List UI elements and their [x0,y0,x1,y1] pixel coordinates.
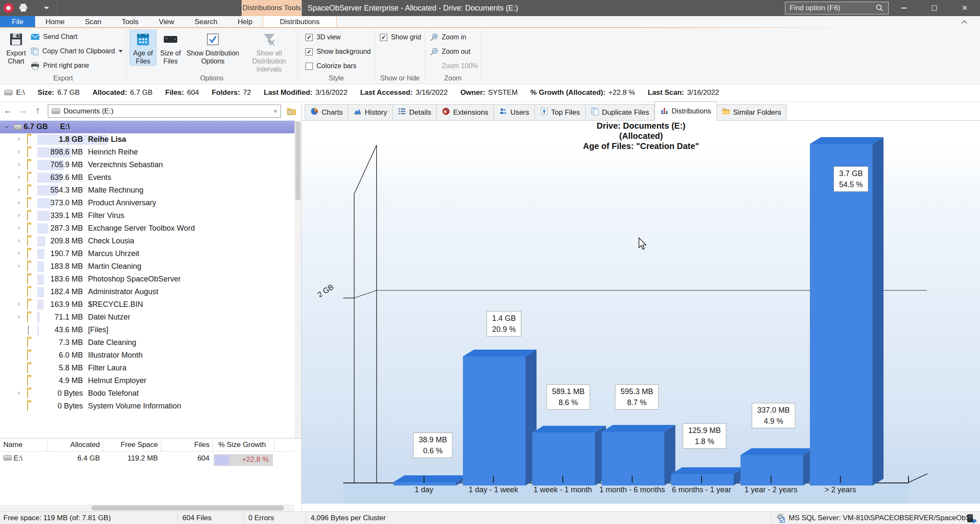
menu-tab-file[interactable]: File [0,16,35,28]
minimize-button[interactable] [889,0,919,16]
expander-chevron-icon[interactable]: › [18,237,20,244]
tree-row[interactable]: 183.6 MB Photoshop SpaceObServer [0,273,295,286]
expander-chevron-icon[interactable]: ⌄ [4,122,10,130]
tree-row[interactable]: › 71.1 MB Datei Nutzer [0,311,295,324]
contextual-tab-distributions-tools[interactable]: Distributions Tools [242,0,302,16]
tree-row[interactable]: › 554.3 MB Malte Rechnung [0,184,295,197]
column-separator[interactable] [274,441,275,452]
copy-chart-to-clipboard-button[interactable]: Copy Chart to Clipboard [30,45,123,58]
col-name[interactable]: Name [3,441,22,449]
expander-chevron-icon[interactable]: › [18,160,20,168]
expander-chevron-icon[interactable]: › [18,199,20,206]
tree-row[interactable]: › 209.8 MB Check Lousia [0,235,295,248]
sql-server-status[interactable]: MS SQL Server: VM-810\SPACEOBSERVER/Spac… [776,513,977,523]
tree-row[interactable]: › 898.6 MB Heinrich Reihe [0,146,295,159]
tab-distributions[interactable]: Distributions [655,102,717,121]
up-button[interactable]: ↑ [31,104,44,117]
tree-row[interactable]: 6.0 MB Illustrator Month [0,349,295,362]
expander-chevron-icon[interactable]: › [18,262,20,270]
size-of-files-button[interactable]: Size of Files [158,30,183,66]
menu-tab-distributions[interactable]: Distributions [263,16,337,28]
checkbox-3d-view[interactable]: ✓ 3D view [306,31,341,43]
restore-button[interactable] [919,0,950,16]
show-all-distribution-intervals-button[interactable]: Show all Distribution intervals [239,30,299,74]
combobox-chevron-icon[interactable]: ˅ [274,108,277,115]
checkbox-show-background[interactable]: ✓ Show background [306,46,371,58]
checkbox-colorize-bars[interactable]: Colorize bars [306,60,356,72]
tree-row[interactable]: 7.3 MB Date Cleaning [0,336,295,349]
menu-tab-tools[interactable]: Tools [112,16,149,28]
summary-table-row[interactable]: E:\ 6.4 GB 119.2 MB 604 +22.8 % [0,452,295,465]
menu-tab-help[interactable]: Help [228,16,263,28]
forward-button[interactable]: → [16,104,29,117]
tab-duplicate-files[interactable]: Duplicate Files [586,104,655,121]
tree-row[interactable]: 43.6 MB [Files] [0,324,295,336]
tab-charts[interactable]: Charts [305,104,348,121]
tree-row[interactable]: › 163.9 MB $RECYCLE.BIN [0,298,295,311]
collapse-ribbon-icon[interactable] [957,17,972,27]
menu-tab-scan[interactable]: Scan [75,16,112,28]
menu-tab-view[interactable]: View [149,16,184,28]
menu-tab-home[interactable]: Home [35,16,74,28]
database-server-icon[interactable] [966,513,977,524]
scan-folder-icon[interactable] [284,105,299,118]
show-distribution-options-button[interactable]: Show Distribution Options [184,30,241,66]
close-button[interactable]: × [950,0,980,16]
quick-print-icon[interactable] [19,3,28,14]
tree-row[interactable]: › 639.6 MB Events [0,171,295,184]
column-separator[interactable] [47,441,48,452]
column-separator[interactable] [212,441,213,452]
tab-users[interactable]: Users [494,104,534,121]
send-chart-button[interactable]: Send Chart [30,30,123,43]
zoom-out-button[interactable]: Zoom out [430,46,471,58]
find-option-input[interactable]: Find option (F6) [785,2,889,14]
col-free-space[interactable]: Free Space [107,441,158,449]
column-separator[interactable] [103,441,103,452]
app-logo-icon[interactable] [3,3,14,13]
back-button[interactable]: ← [2,104,14,117]
zoom-100-button[interactable]: Zoom 100% [442,60,478,72]
expander-chevron-icon[interactable]: › [18,148,20,155]
scrollbar-thumb[interactable] [91,505,284,510]
zoom-in-button[interactable]: Zoom in [430,31,466,43]
col-files[interactable]: Files [173,441,209,449]
tree-row[interactable]: › 183.8 MB Martin Cleaning [0,260,295,273]
age-of-files-button[interactable]: Age of Files [129,30,157,66]
tree-row[interactable]: 4.9 MB Helmut Employer [0,375,295,387]
tree-row[interactable]: 5.8 MB Filter Laura [0,362,295,375]
checkbox-show-grid[interactable]: ✓ Show grid [380,31,421,43]
tree-row[interactable]: ⌄ 6.7 GB E:\ [0,121,295,133]
expander-chevron-icon[interactable]: › [18,135,20,143]
tree-row[interactable]: › 1.8 GB Reihe Lisa [0,133,295,146]
expander-chevron-icon[interactable]: › [18,186,20,193]
menu-tab-search[interactable]: Search [184,16,228,28]
tree-row[interactable]: › 705.9 MB Verzeichnis Sebastian [0,159,295,171]
expander-chevron-icon[interactable]: › [18,173,20,181]
tree-row[interactable]: › 373.0 MB Product Anniversary [0,197,295,210]
print-right-pane-button[interactable]: Print right pane [30,59,123,72]
expander-chevron-icon[interactable]: › [18,211,20,219]
tab-similar-folders[interactable]: Similar Folders [717,104,787,121]
tree-row[interactable]: 0 Bytes System Volume Information [0,400,295,413]
tab-extensions[interactable]: Extensions [437,104,494,121]
tab-details[interactable]: Details [393,104,437,121]
expander-chevron-icon[interactable]: › [18,249,20,257]
tree-horizontal-scrollbar[interactable] [0,505,295,511]
expander-chevron-icon[interactable]: › [18,224,20,232]
col-allocated[interactable]: Allocated [51,441,100,449]
tab-top-files[interactable]: Top Files [535,104,586,121]
expander-chevron-icon[interactable]: › [18,300,20,308]
tab-history[interactable]: History [348,104,393,121]
tree-row[interactable]: › 339.1 MB Filter Virus [0,210,295,222]
tree-row[interactable]: › 0 Bytes Bodo Telefonat [0,387,295,400]
column-separator[interactable] [161,441,161,452]
scrollbar-thumb[interactable] [295,121,300,200]
quick-access-dropdown-icon[interactable] [44,7,49,9]
expander-chevron-icon[interactable]: › [18,389,20,397]
path-combobox[interactable]: Documents (E:) ˅ [48,105,281,118]
expander-chevron-icon[interactable]: › [18,313,20,320]
col-size-growth[interactable]: % Size Growth [218,441,266,449]
tree-row[interactable]: 182.4 MB Administrator August [0,286,295,298]
tree-row[interactable]: › 287.3 MB Exchange Server Toolbox Word [0,222,295,235]
export-chart-button[interactable]: Export Chart [3,30,30,66]
